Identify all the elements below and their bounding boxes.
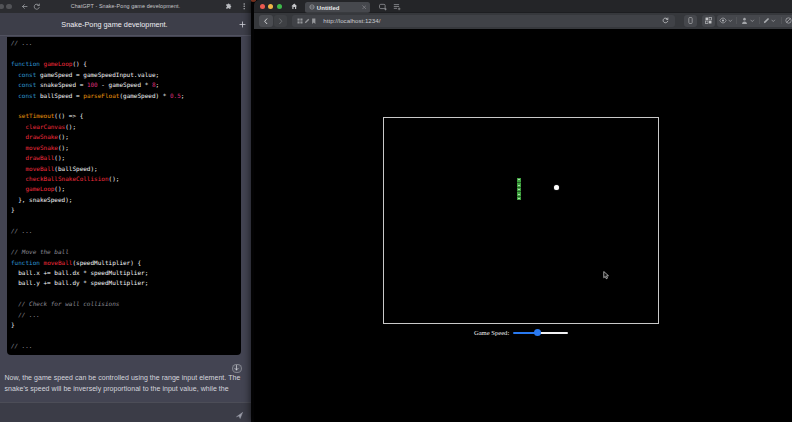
window-control-zoom[interactable] (6, 4, 11, 9)
code-line: gameLoop(); (11, 184, 241, 194)
snake-segment (517, 196, 521, 201)
code-line: setTimeout(() => { (11, 111, 241, 121)
new-chat-button[interactable] (239, 21, 246, 28)
code-line (11, 48, 241, 58)
code-line: // ... (11, 225, 241, 235)
tab-list-icon[interactable] (393, 3, 401, 11)
address-bar[interactable]: http://localhost:1234/ (292, 15, 675, 27)
record-off-icon[interactable] (785, 17, 792, 24)
responsive-mode-button[interactable] (684, 15, 698, 27)
person-icon[interactable] (741, 17, 748, 25)
game-canvas[interactable] (383, 117, 659, 324)
code-line (11, 330, 241, 340)
code-line: clearCanvas(); (11, 121, 241, 131)
plus-icon (239, 21, 246, 28)
tab-close-icon[interactable] (362, 5, 367, 10)
separator (736, 17, 737, 24)
edit-pencil-icon[interactable] (304, 18, 310, 24)
code-line: checkBallSnakeCollision(); (11, 173, 241, 183)
code-line: function gameLoop() { (11, 58, 241, 68)
dashboard-grid-icon (705, 17, 712, 24)
code-block: // ...function gameLoop() { const gameSp… (7, 37, 242, 356)
nav-forward-button[interactable] (274, 15, 287, 27)
chevron-down-icon[interactable] (728, 19, 733, 23)
mouse-cursor (603, 271, 609, 280)
code-line: } (11, 319, 241, 329)
tab-title: Untitled (317, 2, 340, 14)
code-line: drawSnake(); (11, 132, 241, 142)
code-line: } (11, 205, 241, 215)
nav-back-button[interactable] (259, 15, 273, 27)
window-control-zoom[interactable] (277, 4, 282, 9)
code-line: const ballSpeed = parseFloat(gameSpeed) … (11, 90, 241, 100)
send-icon[interactable] (236, 412, 243, 419)
snake (517, 178, 521, 201)
globe-icon (309, 4, 315, 10)
code-line: }, snakeSpeed); (11, 194, 241, 204)
kebab-menu-icon[interactable] (243, 3, 245, 10)
code-line (11, 100, 241, 110)
conversation-title: Snake-Pong game development. (0, 13, 229, 37)
chevron-down-icon[interactable] (750, 19, 755, 23)
tab-grid-button[interactable] (702, 15, 715, 27)
extensions-grid-icon[interactable] (297, 18, 303, 24)
slider-thumb[interactable] (534, 329, 541, 336)
chatgpt-header: Snake-Pong game development. (0, 13, 251, 37)
message-input[interactable] (0, 402, 251, 422)
code-line (11, 288, 241, 298)
arrow-down-icon (234, 365, 239, 371)
url-text: http://localhost:1234/ (323, 15, 380, 27)
back-icon (263, 18, 269, 25)
code-line: moveSnake(); (11, 142, 241, 152)
home-icon[interactable] (291, 3, 298, 10)
window-control-close[interactable] (260, 4, 265, 9)
code-line: function moveBall(speedMultiplier) { (11, 257, 241, 267)
browser-tab-untitled[interactable]: Untitled (305, 2, 370, 14)
forward-icon (278, 18, 284, 25)
code-line: // ... (11, 340, 241, 350)
code-line: // Move the ball (11, 246, 241, 256)
code-line: ball.x += ball.dx * speedMultiplier; (11, 267, 241, 277)
code-line: drawBall(); (11, 152, 241, 162)
browser-navbar: http://localhost:1234/ (254, 13, 792, 29)
browser-tabbar: Untitled (254, 0, 792, 13)
desktop: ChatGPT - Snake-Pong game development. S… (0, 0, 792, 422)
separator (781, 17, 782, 24)
code-line: const snakeSpeed = 100 - gameSpeed * 8; (11, 79, 241, 89)
game-speed-slider[interactable] (513, 332, 569, 335)
code-line: moveBall(ballSpeed); (11, 163, 241, 173)
bookmark-icon[interactable] (311, 18, 317, 25)
assistant-message-text: Now, the game speed can be controlled us… (5, 372, 242, 395)
chatgpt-window: ChatGPT - Snake-Pong game development. S… (0, 0, 251, 422)
code-line (11, 215, 241, 225)
phone-icon (688, 17, 693, 24)
game-speed-label: Game Speed: (474, 329, 510, 337)
pencil-icon[interactable] (763, 17, 770, 24)
code-line: // ... (11, 309, 241, 319)
new-tab-icon[interactable] (379, 3, 387, 11)
extensions-puzzle-icon[interactable] (225, 3, 232, 10)
browser-window: Untitled (254, 0, 792, 422)
chevron-down-icon[interactable] (771, 19, 776, 23)
code-line: // ... (11, 38, 241, 48)
window-control-minimize[interactable] (0, 4, 4, 9)
separator (759, 17, 760, 24)
chatgpt-conversation: // ...function gameLoop() { const gameSp… (0, 36, 251, 422)
back-icon[interactable] (21, 3, 28, 10)
chatgpt-titlebar[interactable]: ChatGPT - Snake-Pong game development. (0, 0, 251, 13)
code-line: const gameSpeed = gameSpeedInput.value; (11, 69, 241, 79)
visibility-eye-icon[interactable] (719, 17, 727, 24)
code-line: // Check for wall collisions (11, 299, 241, 309)
reload-icon[interactable] (33, 3, 41, 11)
reload-icon[interactable] (662, 17, 669, 24)
window-control-minimize[interactable] (268, 4, 273, 9)
code-line (11, 236, 241, 246)
toolbar-extensions-group (717, 15, 792, 27)
browser-viewport: Game Speed: (254, 29, 792, 422)
window-title: ChatGPT - Snake-Pong game development. (45, 0, 206, 13)
code-line: ball.y += ball.dy * speedMultiplier; (11, 278, 241, 288)
